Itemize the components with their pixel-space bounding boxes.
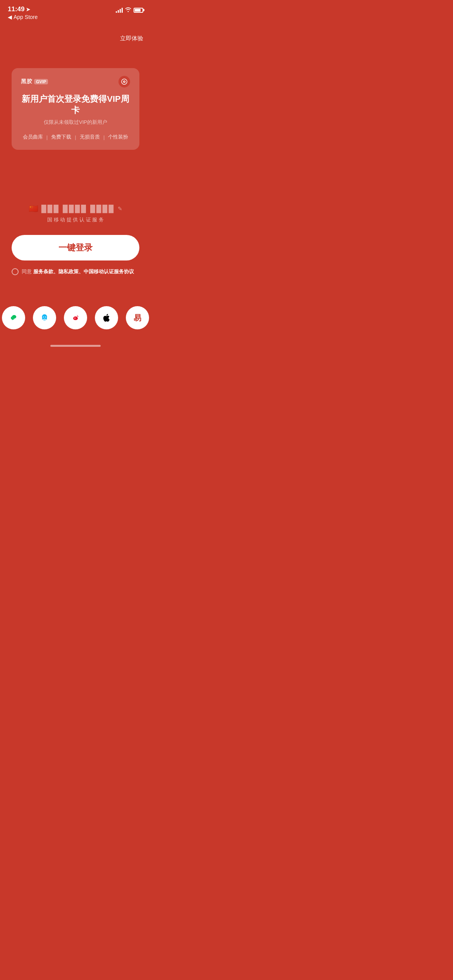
status-bar: 11:49 ➤ ◀ App Store [0,0,151,22]
vip-feature-3: 个性装扮 [108,134,128,140]
weibo-login-button[interactable] [64,306,87,329]
location-arrow-icon: ➤ [26,7,30,12]
trial-button[interactable]: 立即体验 [120,35,143,42]
music-app-icon [118,76,130,87]
netease-icon-text: 易 [134,313,141,323]
home-bar [50,345,101,347]
apple-login-button[interactable] [95,306,118,329]
netease-login-button[interactable]: 易 [126,306,149,329]
agreement-row[interactable]: 同意 服务条款、隐私政策、中国移动认证服务协议 [12,268,139,275]
vip-title: 新用户首次登录免费得VIP周卡 [21,94,130,116]
vip-feature-0: 会员曲库 [23,134,43,140]
phone-area: 🇨🇳 ███ ████ ████ ✎ 国 移 动 提 供 认 证 服 务 [15,204,136,223]
home-indicator [0,341,151,350]
vip-logo-text: 黑胶 [21,78,33,85]
vip-divider-1: | [75,134,76,140]
wechat-login-button[interactable] [2,306,25,329]
signal-icon [116,7,123,13]
vip-feature-2: 无损音质 [80,134,100,140]
agreement-links[interactable]: 服务条款、隐私政策、中国移动认证服务协议 [33,269,134,274]
phone-number-masked: ███ ████ ████ [41,205,115,213]
vip-divider-0: | [46,134,48,140]
qq-login-button[interactable] [33,306,56,329]
vip-features: 会员曲库 | 免费下载 | 无损音质 | 个性装扮 [21,134,130,140]
back-label: App Store [14,14,38,20]
svg-point-8 [75,318,76,319]
time-display: 11:49 [8,5,24,13]
agreement-text: 同意 服务条款、隐私政策、中国移动认证服务协议 [22,268,134,275]
social-login-row: 易 [0,306,151,329]
agreement-checkbox[interactable] [12,268,19,275]
vip-logo: 黑胶 GVIP [21,78,48,85]
phone-edit-icon: ✎ [118,206,122,212]
svg-point-5 [43,317,44,317]
vip-feature-1: 免费下载 [51,134,71,140]
vip-subtitle: 仅限从未领取过VIP的新用户 [21,119,130,126]
status-left: 11:49 ➤ ◀ App Store [8,5,38,20]
back-arrow-icon: ◀ [8,14,12,20]
one-click-login-button[interactable]: 一键登录 [12,235,139,260]
battery-icon [134,8,143,13]
svg-point-6 [45,317,46,317]
vip-card: 黑胶 GVIP 新用户首次登录免费得VIP周卡 仅限从未领取过VIP的新用户 会… [12,68,139,150]
vip-divider-2: | [103,134,105,140]
phone-provider: 国 移 动 提 供 认 证 服 务 [15,216,136,223]
status-time: 11:49 ➤ [8,5,38,13]
svg-point-2 [124,81,125,82]
phone-display: 🇨🇳 ███ ████ ████ ✎ [15,204,136,213]
agreement-prefix: 同意 [22,269,33,274]
vip-logo-badge: GVIP [34,79,48,84]
status-right [116,5,143,13]
login-button-wrapper: 一键登录 [12,235,139,260]
vip-card-header: 黑胶 GVIP [21,76,130,87]
phone-flag: 🇨🇳 [29,204,38,213]
back-nav[interactable]: ◀ App Store [8,14,38,20]
wifi-icon [125,7,131,13]
